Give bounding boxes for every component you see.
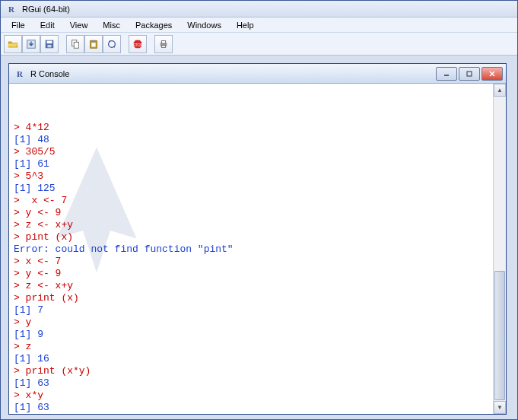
console-line: > y <- 9 <box>14 268 488 280</box>
svg-rect-16 <box>467 72 472 76</box>
console-line: > print (x*y) <box>14 365 488 377</box>
menu-view[interactable]: View <box>62 19 96 31</box>
svg-rect-7 <box>91 40 95 42</box>
menu-file[interactable]: File <box>4 19 33 31</box>
minimize-button[interactable] <box>436 67 457 81</box>
load-workspace-button[interactable] <box>22 35 40 53</box>
console-title: R Console <box>30 69 436 78</box>
console-window: R R Console > 4*12[1] 48> 305/5[1] 61> 5… <box>8 63 507 415</box>
console-line: > z <box>14 341 488 353</box>
console-line: > y <box>14 317 488 329</box>
copy-paste-button[interactable] <box>103 35 121 53</box>
console-line: > 4*12 <box>14 122 488 134</box>
toolbar: STOP <box>1 33 517 56</box>
print-button[interactable] <box>154 35 173 53</box>
console-titlebar[interactable]: R R Console <box>9 64 506 84</box>
svg-rect-14 <box>161 45 165 47</box>
console-line: > print (x) <box>14 292 488 304</box>
open-button[interactable] <box>4 35 22 53</box>
menu-help[interactable]: Help <box>229 19 262 31</box>
console-line: > z <- x+y <box>14 219 488 231</box>
svg-rect-13 <box>161 40 165 43</box>
maximize-button[interactable] <box>459 67 480 81</box>
mdi-client-area: R R Console > 4*12[1] 48> 305/5[1] 61> 5… <box>1 56 517 419</box>
console-line: > 5^3 <box>14 170 488 183</box>
svg-rect-3 <box>47 44 51 47</box>
stop-button[interactable]: STOP <box>129 35 147 53</box>
console-line: Error: could not find function "pint" <box>14 243 488 256</box>
console-line: > x <- 7 <box>14 256 488 268</box>
console-line: [1] 16 <box>14 353 488 365</box>
menubar: FileEditViewMiscPackagesWindowsHelp <box>1 18 517 33</box>
paste-button[interactable] <box>84 35 103 53</box>
scroll-up-button[interactable]: ▲ <box>494 84 506 97</box>
console-line: [1] 125 <box>14 183 488 195</box>
console-line: [1] 63 <box>14 402 488 414</box>
console-line: > 305/5 <box>14 146 488 158</box>
vertical-scrollbar[interactable]: ▲ ▼ <box>493 84 506 414</box>
app-title: RGui (64-bit) <box>22 5 70 14</box>
scroll-thumb[interactable] <box>494 271 505 400</box>
r-logo-icon: R <box>14 68 26 80</box>
console-line: > y <- 9 <box>14 207 488 219</box>
svg-rect-2 <box>47 40 52 43</box>
menu-windows[interactable]: Windows <box>180 19 229 31</box>
console-output[interactable]: > 4*12[1] 48> 305/5[1] 61> 5^3[1] 125> x… <box>9 84 493 414</box>
close-button[interactable] <box>481 67 503 81</box>
menu-misc[interactable]: Misc <box>95 19 128 31</box>
copy-button[interactable] <box>66 35 84 53</box>
svg-rect-8 <box>91 43 95 46</box>
menu-packages[interactable]: Packages <box>128 19 180 31</box>
app-titlebar: R RGui (64-bit) <box>1 1 517 18</box>
console-line: [1] 48 <box>14 134 488 146</box>
r-logo-icon: R <box>5 3 17 15</box>
scroll-down-button[interactable]: ▼ <box>494 401 506 414</box>
svg-rect-5 <box>74 42 78 48</box>
menu-edit[interactable]: Edit <box>33 19 62 31</box>
console-line: > z <- x+y <box>14 280 488 292</box>
console-line: [1] 9 <box>14 329 488 341</box>
console-line: [1] 63 <box>14 377 488 390</box>
console-line: [1] 7 <box>14 304 488 317</box>
console-line: > x <- 7 <box>14 195 488 207</box>
console-line: > x*y <box>14 390 488 402</box>
svg-text:STOP: STOP <box>132 42 143 46</box>
save-button[interactable] <box>40 35 59 53</box>
console-line: [1] 61 <box>14 158 488 170</box>
console-line: > pint (x) <box>14 231 488 243</box>
